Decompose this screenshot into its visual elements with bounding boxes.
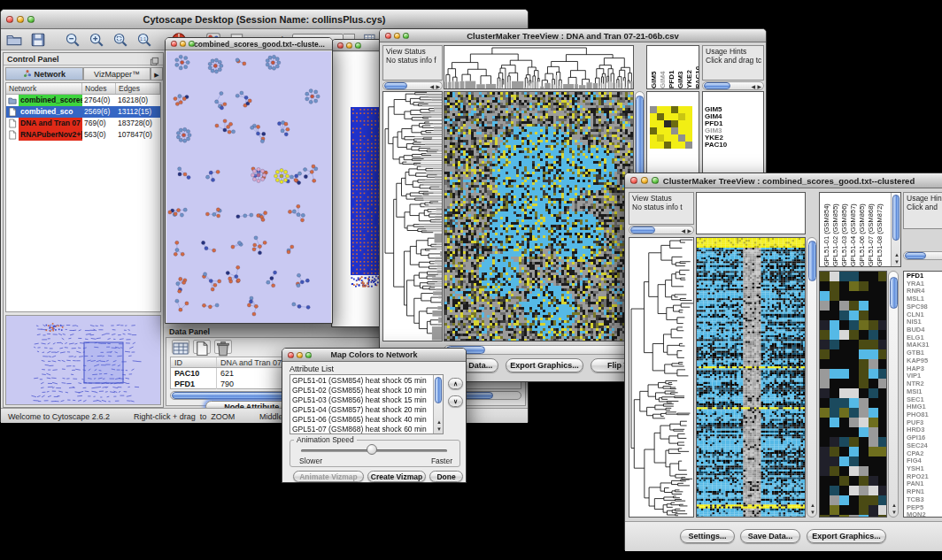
- minimize-button[interactable]: [346, 42, 352, 49]
- heatmap-vscrollbar[interactable]: ▲ ▼: [807, 237, 817, 518]
- heatmap-cell[interactable]: [657, 120, 664, 127]
- open-folder-icon[interactable]: [6, 32, 22, 48]
- heatmap-canvas[interactable]: [444, 92, 633, 341]
- settings-button[interactable]: Settings...: [680, 529, 735, 543]
- column-label[interactable]: PFD1: [668, 46, 676, 88]
- heatmap-canvas[interactable]: [697, 238, 805, 517]
- scroll-down-icon[interactable]: ▼: [894, 259, 900, 265]
- heatmap-cell[interactable]: [678, 106, 685, 113]
- done-button[interactable]: Done: [429, 471, 463, 482]
- scroll-right-icon[interactable]: ▶: [687, 228, 691, 234]
- row-dendrogram-canvas[interactable]: [383, 92, 442, 341]
- column-label[interactable]: GIM5: [650, 46, 658, 88]
- save-data-button[interactable]: Save Data...: [740, 529, 800, 543]
- column-label[interactable]: YKE2: [685, 46, 693, 88]
- column-dendrogram-empty[interactable]: [696, 192, 806, 234]
- column-labels-vscrollbar[interactable]: ▲ ▼: [891, 193, 900, 266]
- heatmap-cell[interactable]: [650, 134, 657, 142]
- export-graphics-button[interactable]: Export Graphics...: [807, 529, 886, 543]
- scroll-up-icon[interactable]: ▲: [894, 252, 900, 257]
- attribute-table-icon[interactable]: [172, 340, 189, 354]
- heatmap-cell[interactable]: [678, 142, 685, 149]
- column-label[interactable]: GPL51-07 (GSM868): [867, 193, 875, 266]
- heatmap-cell[interactable]: [650, 113, 657, 120]
- row-dendrogram[interactable]: [382, 91, 443, 341]
- heatmap-cell[interactable]: [664, 106, 671, 113]
- attribute-list-item[interactable]: GPL51-07 (GSM868) heat shock 60 min: [290, 425, 432, 434]
- heatmap-cell[interactable]: [657, 106, 664, 113]
- scroll-left-icon[interactable]: ◀: [429, 84, 434, 89]
- heatmap-cell[interactable]: [685, 134, 692, 142]
- network-window-title-bar[interactable]: combined_scores_good.txt--cluste...: [166, 38, 332, 50]
- column-label[interactable]: GPL51-06 (GSM865): [858, 193, 866, 266]
- column-label[interactable]: GPL51-04 (GSM857): [849, 193, 857, 266]
- animate-vizmap-button[interactable]: Animate Vizmap: [293, 471, 364, 482]
- create-vizmap-button[interactable]: Create Vizmap: [367, 471, 426, 482]
- close-button[interactable]: [337, 42, 344, 49]
- export-graphics-button[interactable]: Export Graphics...: [506, 358, 583, 372]
- attribute-list-item[interactable]: GPL51-04 (GSM857) heat shock 20 min: [290, 405, 432, 415]
- attribute-list-item[interactable]: GPL51-03 (GSM856) heat shock 15 min: [290, 395, 432, 405]
- scrollbar-thumb[interactable]: [890, 277, 898, 309]
- heatmap-cell[interactable]: [650, 127, 657, 134]
- network-graph-canvas[interactable]: [166, 51, 331, 323]
- col-edges[interactable]: Edges: [116, 83, 160, 94]
- heatmap-zoom-view[interactable]: [819, 271, 887, 518]
- heatmap-cell[interactable]: [678, 127, 685, 134]
- gene-label[interactable]: MON2: [907, 511, 929, 518]
- row-dendrogram[interactable]: [629, 237, 694, 518]
- heatmap-cell[interactable]: [678, 113, 685, 120]
- row-dendrogram-canvas[interactable]: [629, 238, 693, 517]
- attribute-list-item[interactable]: GPL51-02 (GSM855) heat shock 10 min: [290, 386, 432, 395]
- scroll-down-icon[interactable]: ▼: [810, 510, 815, 515]
- tab-vizmapper[interactable]: VizMapper™: [83, 67, 151, 81]
- heatmap-cell[interactable]: [664, 113, 671, 120]
- heatmap-cell[interactable]: [657, 127, 664, 134]
- dialog-title-bar[interactable]: Map Colors to Network: [282, 349, 466, 362]
- scroll-right-icon[interactable]: ▶: [757, 84, 761, 89]
- heatmap-hscrollbar[interactable]: [444, 345, 634, 355]
- scrollbar-thumb[interactable]: [630, 226, 655, 234]
- tab-overflow-button[interactable]: ▶: [151, 67, 163, 81]
- column-dendrogram-canvas[interactable]: [444, 46, 633, 88]
- heatmap-cell[interactable]: [671, 127, 678, 134]
- scrollbar-thumb[interactable]: [905, 252, 926, 259]
- heatmap-cell[interactable]: [664, 120, 671, 127]
- minimize-button[interactable]: [394, 33, 400, 39]
- attribute-list-item[interactable]: GPL51-06 (GSM865) heat shock 40 min: [290, 415, 432, 425]
- scrollbar-thumb[interactable]: [704, 82, 730, 89]
- tab-network[interactable]: Network: [5, 67, 83, 81]
- col-id[interactable]: ID: [171, 357, 217, 367]
- attribute-list-vscrollbar[interactable]: ▲ ▼: [433, 375, 443, 433]
- delete-attribute-icon[interactable]: [214, 340, 232, 354]
- zoom-button[interactable]: [652, 177, 659, 184]
- column-label[interactable]: GIM3: [676, 46, 684, 88]
- scrollbar-thumb[interactable]: [384, 82, 407, 89]
- heatmap-cell[interactable]: [664, 127, 671, 134]
- zoom-button[interactable]: [403, 33, 409, 39]
- zoom-heatmap-matrix[interactable]: [650, 106, 692, 149]
- zoom-selected-icon[interactable]: [112, 32, 128, 48]
- column-label[interactable]: GPL51-01 (GSM854): [822, 193, 830, 266]
- minimize-button[interactable]: [297, 352, 303, 358]
- heatmap-cell[interactable]: [685, 127, 692, 134]
- column-label[interactable]: GPL51-02 (GSM855): [831, 193, 839, 266]
- col-network[interactable]: Network: [6, 83, 82, 94]
- gene-label[interactable]: PAC10: [705, 142, 727, 149]
- heatmap-cell[interactable]: [685, 106, 692, 113]
- minimize-button[interactable]: [17, 16, 24, 23]
- close-button[interactable]: [385, 33, 391, 39]
- heatmap-cell[interactable]: [657, 113, 664, 120]
- zoom-fit-icon[interactable]: 1:1: [136, 32, 152, 48]
- network-overview-canvas[interactable]: [6, 316, 160, 404]
- zoom-in-icon[interactable]: [89, 32, 104, 48]
- close-button[interactable]: [171, 41, 177, 47]
- heatmap-cell[interactable]: [657, 134, 664, 142]
- heatmap-cell[interactable]: [650, 120, 657, 127]
- minimize-button[interactable]: [180, 41, 186, 47]
- usage-hints-hscrollbar[interactable]: [903, 251, 942, 260]
- usage-hints-hscrollbar[interactable]: ◀ ▶: [702, 81, 764, 90]
- scroll-up-icon[interactable]: ▲: [810, 502, 815, 508]
- zoom-view-vscrollbar[interactable]: ▲ ▼: [888, 271, 899, 518]
- heatmap-cell[interactable]: [650, 106, 657, 113]
